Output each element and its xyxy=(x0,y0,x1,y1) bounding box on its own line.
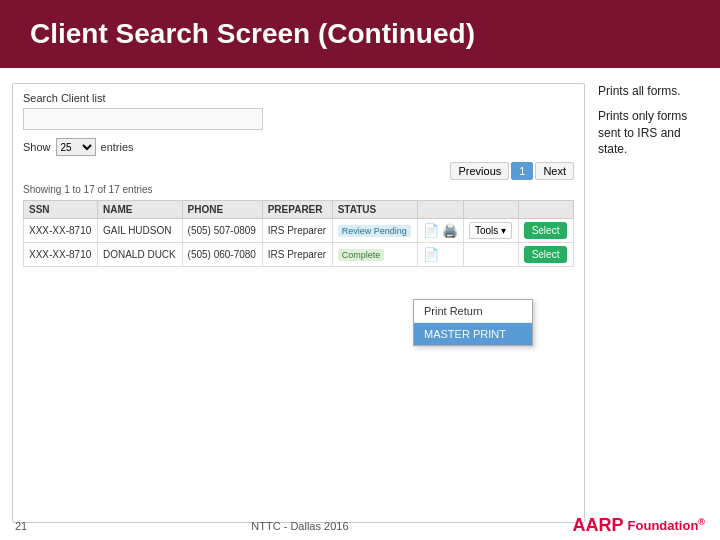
search-label: Search Client list xyxy=(23,92,574,104)
col-tools xyxy=(463,201,518,219)
annotation-2: Prints only forms sent to IRS and state. xyxy=(598,108,712,158)
status-badge: Review Pending xyxy=(338,225,411,237)
icons-cell: 📄 xyxy=(417,243,463,267)
preparer-cell: IRS Preparer xyxy=(262,243,332,267)
select-cell: Select xyxy=(518,219,573,243)
page-1-button[interactable]: 1 xyxy=(511,162,533,180)
next-button[interactable]: Next xyxy=(535,162,574,180)
col-status: STATUS xyxy=(332,201,417,219)
status-badge: Complete xyxy=(338,249,385,261)
table-header-row: SSN NAME PHONE PREPARER STATUS xyxy=(24,201,574,219)
phone-cell: (505) 060-7080 xyxy=(182,243,262,267)
name-cell: DONALD DUCK xyxy=(97,243,182,267)
search-input[interactable] xyxy=(23,108,263,130)
phone-cell: (505) 507-0809 xyxy=(182,219,262,243)
col-select xyxy=(518,201,573,219)
action-icons: 📄 🖨️ xyxy=(423,223,458,238)
page-number: 21 xyxy=(15,520,27,532)
showing-text: Showing 1 to 17 of 17 entries xyxy=(23,184,574,195)
print-icon[interactable]: 🖨️ xyxy=(442,223,458,238)
table-row: XXX-XX-8710 DONALD DUCK (505) 060-7080 I… xyxy=(24,243,574,267)
pagination-row: Previous 1 Next xyxy=(23,162,574,180)
preparer-cell: IRS Preparer xyxy=(262,219,332,243)
select-button-1[interactable]: Select xyxy=(524,222,568,239)
col-icons xyxy=(417,201,463,219)
icons-cell: 📄 🖨️ xyxy=(417,219,463,243)
header: Client Search Screen (Continued) xyxy=(0,0,720,68)
data-table: SSN NAME PHONE PREPARER STATUS XXX-XX-87… xyxy=(23,200,574,267)
dropdown-popup: Print Return MASTER PRINT xyxy=(413,299,533,346)
slide-container: Client Search Screen (Continued) Search … xyxy=(0,0,720,540)
entries-label: entries xyxy=(101,141,134,153)
print-return-item[interactable]: Print Return xyxy=(414,300,532,323)
show-label: Show xyxy=(23,141,51,153)
ssn-cell: XXX-XX-8710 xyxy=(24,219,98,243)
col-phone: PHONE xyxy=(182,201,262,219)
tools-cell xyxy=(463,243,518,267)
status-cell: Review Pending xyxy=(332,219,417,243)
aarp-logo: AARP Foundation® xyxy=(573,515,705,536)
col-ssn: SSN xyxy=(24,201,98,219)
tools-cell: Tools ▾ xyxy=(463,219,518,243)
footer: 21 NTTC - Dallas 2016 AARP Foundation® xyxy=(0,511,720,540)
table-row: XXX-XX-8710 GAIL HUDSON (505) 507-0809 I… xyxy=(24,219,574,243)
select-cell: Select xyxy=(518,243,573,267)
annotation-1: Prints all forms. xyxy=(598,83,712,100)
col-preparer: PREPARER xyxy=(262,201,332,219)
action-icons: 📄 xyxy=(423,247,458,262)
annotation-panel: Prints all forms. Prints only forms sent… xyxy=(590,78,720,528)
aarp-text: AARP xyxy=(573,515,624,536)
main-content: Search Client list Show 25 10 50 entries… xyxy=(0,68,720,528)
previous-button[interactable]: Previous xyxy=(450,162,509,180)
page-title: Client Search Screen (Continued) xyxy=(30,18,475,49)
reg-mark: ® xyxy=(698,517,705,527)
doc-icon: 📄 xyxy=(423,247,439,262)
name-cell: GAIL HUDSON xyxy=(97,219,182,243)
select-button-2[interactable]: Select xyxy=(524,246,568,263)
event-label: NTTC - Dallas 2016 xyxy=(251,520,348,532)
ssn-cell: XXX-XX-8710 xyxy=(24,243,98,267)
status-cell: Complete xyxy=(332,243,417,267)
show-entries-row: Show 25 10 50 entries xyxy=(23,138,574,156)
tools-button-1[interactable]: Tools ▾ xyxy=(469,222,512,239)
ui-panel: Search Client list Show 25 10 50 entries… xyxy=(12,83,585,523)
doc-icon: 📄 xyxy=(423,223,439,238)
col-name: NAME xyxy=(97,201,182,219)
entries-select[interactable]: 25 10 50 xyxy=(56,138,96,156)
foundation-text: Foundation® xyxy=(628,517,705,533)
master-print-item[interactable]: MASTER PRINT xyxy=(414,323,532,345)
